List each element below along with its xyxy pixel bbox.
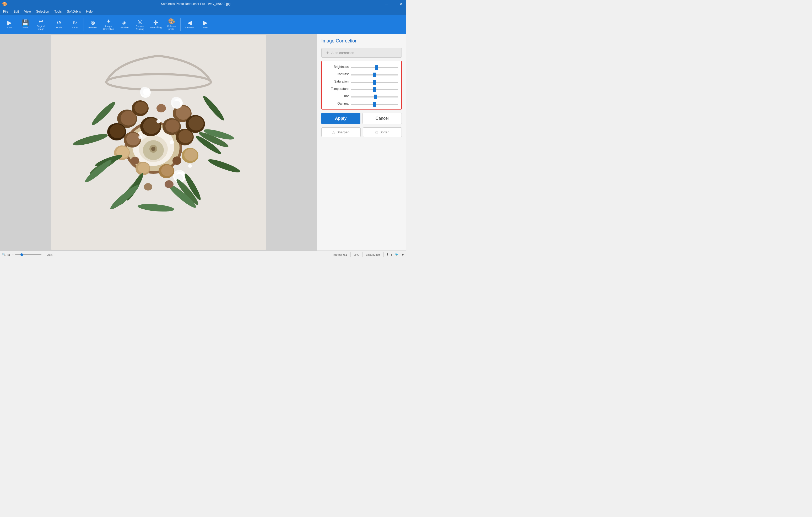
previous-icon: ◀	[187, 20, 192, 26]
redo-icon: ↻	[72, 20, 77, 26]
image-dimensions: 3580x2408	[366, 253, 380, 256]
toolbar-correction[interactable]: ✦ Image Correction	[101, 16, 116, 33]
wand-icon: ✦	[326, 50, 329, 55]
divider-1	[350, 252, 351, 257]
brightness-label: Brightness	[325, 65, 349, 69]
zoom-out-icon[interactable]: 🔍	[2, 253, 6, 256]
svg-point-65	[131, 157, 139, 164]
undo-icon: ↺	[57, 20, 61, 26]
window-controls[interactable]: ─ □ ✕	[384, 2, 404, 6]
svg-point-18	[126, 133, 140, 146]
menu-view[interactable]: View	[22, 9, 33, 14]
menu-edit[interactable]: Edit	[11, 9, 21, 14]
menu-selection[interactable]: Selection	[34, 9, 51, 14]
zoom-slider-track[interactable]	[15, 254, 41, 255]
correction-label: Image Correction	[102, 25, 115, 31]
toolbar-original[interactable]: ↩ Original Image	[33, 16, 48, 33]
svg-point-14	[135, 102, 148, 114]
soften-label: Soften	[379, 130, 389, 134]
toolbar-redo[interactable]: ↻ Redo	[67, 16, 82, 33]
frame-icon: ⊡	[7, 253, 10, 256]
svg-point-68	[165, 180, 174, 188]
main-content: Image Correction ✦ Auto correction Brigh…	[0, 34, 406, 250]
statusbar-right: Time (s): 0.1 JPG 3580x2408 ℹ f 🐦 ▶	[331, 252, 404, 257]
menu-file[interactable]: File	[1, 9, 10, 14]
separator-2	[84, 18, 84, 31]
right-panel: Image Correction ✦ Auto correction Brigh…	[317, 34, 406, 250]
colorize-icon: 🎨	[168, 19, 175, 24]
soften-button[interactable]: ◎ Soften	[363, 127, 402, 137]
toolbar-next[interactable]: ▶ Next	[198, 16, 212, 33]
maximize-button[interactable]: □	[391, 2, 397, 6]
zoom-minus[interactable]: −	[11, 253, 13, 257]
menu-help[interactable]: Help	[84, 9, 95, 14]
sharpen-label: Sharpen	[337, 130, 349, 134]
remove-label: Remove	[88, 26, 97, 29]
start-icon: ▶	[7, 20, 12, 26]
menubar: File Edit View Selection Tools SoftOrbit…	[0, 8, 406, 15]
svg-point-28	[161, 165, 173, 176]
minimize-button[interactable]: ─	[384, 2, 389, 6]
sliders-container: Brightness Contrast Saturation Temperatu…	[321, 61, 402, 110]
sharpen-icon: △	[332, 130, 335, 134]
gamma-label: Gamma	[325, 102, 349, 105]
gamma-slider[interactable]	[351, 104, 398, 105]
start-label: Start	[7, 26, 12, 29]
toolbar-start[interactable]: ▶ Start	[2, 16, 17, 33]
statusbar: 🔍 ⊡ − + 25% Time (s): 0.1 JPG 3580x2408 …	[0, 250, 406, 258]
time-label: Time (s): 0.1	[331, 253, 347, 256]
toolbar-save[interactable]: 💾 Save	[18, 16, 32, 33]
action-buttons: Apply Cancel	[321, 113, 402, 124]
divider-3	[383, 252, 384, 257]
menu-tools[interactable]: Tools	[52, 9, 64, 14]
zoom-thumb[interactable]	[21, 253, 23, 256]
cancel-button[interactable]: Cancel	[362, 113, 402, 124]
toolbar-retouching[interactable]: ✤ Retouching	[148, 16, 163, 33]
auto-correction-button[interactable]: ✦ Auto correction	[321, 48, 402, 58]
close-button[interactable]: ✕	[399, 2, 404, 6]
svg-point-26	[138, 163, 149, 173]
brightness-slider[interactable]	[351, 67, 398, 68]
contrast-label: Contrast	[325, 72, 349, 76]
tint-slider[interactable]	[351, 96, 398, 97]
toolbar-reduce-blur[interactable]: ◎ Reduce Blurring	[133, 16, 147, 33]
sharpen-button[interactable]: △ Sharpen	[321, 127, 361, 137]
toolbar-denoise[interactable]: ◈ Denoise	[117, 16, 132, 33]
next-icon: ▶	[203, 20, 208, 26]
reduce-blur-label: Reduce Blurring	[134, 25, 146, 31]
soften-icon: ◎	[375, 130, 378, 134]
canvas-area[interactable]	[0, 34, 317, 250]
contrast-slider[interactable]	[351, 74, 398, 75]
retouching-icon: ✤	[153, 20, 158, 26]
window-title: SoftOrbits Photo Retoucher Pro - IMG_460…	[7, 2, 384, 6]
denoise-label: Denoise	[120, 26, 128, 29]
svg-point-38	[173, 101, 180, 108]
zoom-plus[interactable]: +	[43, 253, 45, 257]
twitter-icon[interactable]: 🐦	[395, 253, 399, 256]
colorize-label: Colorize photo	[165, 25, 178, 31]
info-icon[interactable]: ℹ	[387, 253, 388, 256]
statusbar-left: 🔍 ⊡ − + 25%	[2, 253, 329, 257]
save-label: Save	[23, 26, 28, 29]
temperature-slider[interactable]	[351, 89, 398, 90]
saturation-label: Saturation	[325, 80, 349, 83]
svg-point-64	[156, 104, 166, 113]
save-icon: 💾	[22, 20, 29, 26]
brightness-row: Brightness	[325, 64, 398, 69]
correction-icon: ✦	[106, 19, 111, 24]
retouching-label: Retouching	[150, 26, 162, 29]
apply-button[interactable]: Apply	[321, 113, 360, 124]
photo-svg	[51, 35, 266, 250]
zoom-percent: 25%	[47, 253, 52, 256]
menu-softorbits[interactable]: SoftOrbits	[65, 9, 83, 14]
svg-point-24	[184, 149, 197, 161]
toolbar-undo[interactable]: ↺ Undo	[52, 16, 66, 33]
toolbar-previous[interactable]: ◀ Previous	[182, 16, 197, 33]
facebook-icon[interactable]: f	[391, 253, 392, 256]
titlebar: 🎨 SoftOrbits Photo Retoucher Pro - IMG_4…	[0, 0, 406, 8]
toolbar-colorize[interactable]: 🎨 Colorize photo	[164, 16, 179, 33]
saturation-slider[interactable]	[351, 82, 398, 83]
play-icon[interactable]: ▶	[402, 253, 404, 256]
toolbar-remove[interactable]: ⊗ Remove	[85, 16, 100, 33]
svg-point-72	[188, 164, 192, 168]
